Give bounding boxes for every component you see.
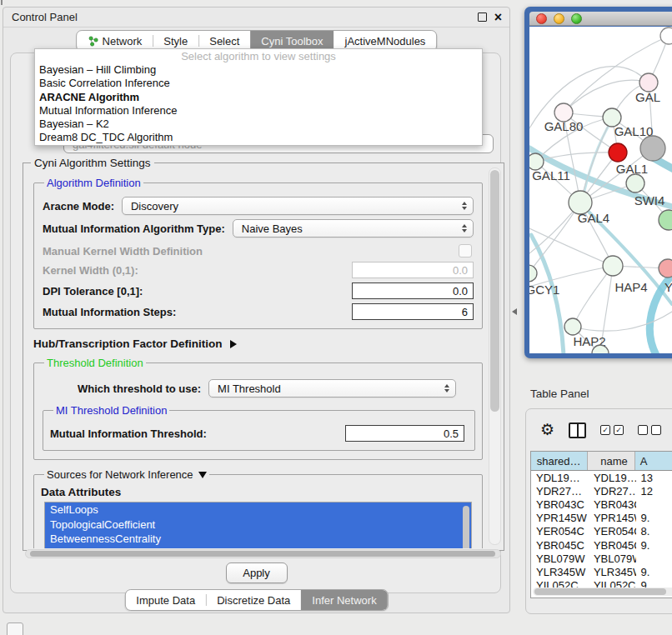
algorithm-option[interactable]: ARACNE Algorithm [35,91,482,104]
network-node[interactable] [529,265,537,282]
network-view-window[interactable]: GALGAL80GAL10GAL1GAL11SWI4GAL4HAP4YGCY1H… [524,7,672,358]
table-cell: YPR145W [589,512,636,525]
aracne-mode-combobox[interactable]: Discovery [122,197,474,215]
sources-legend-row[interactable]: Sources for Network Inference [44,468,209,481]
settings-vertical-scrollbar[interactable] [489,168,501,545]
network-node[interactable] [609,143,627,162]
splitter-collapse-arrow[interactable] [512,308,517,315]
mi-algorithm-type-combobox[interactable]: Naive Bayes [233,219,474,238]
table-row[interactable]: YBR043CYBR043C [531,498,672,511]
sources-group: Sources for Network Inference Data Attri… [33,468,483,548]
control-panel-titlebar: Control Panel × [3,8,509,28]
algorithm-option[interactable]: Mutual Information Inference [35,104,482,118]
list-scrollbar[interactable] [463,506,469,548]
stepper-icon [444,384,449,392]
table-row[interactable]: YLR345WYLR345W9. [531,565,672,578]
network-node[interactable] [603,256,623,276]
table-column-header[interactable]: A [635,452,672,470]
node-label: SWI4 [634,193,665,208]
minimized-panel-button[interactable] [7,622,23,635]
data-attribute-item[interactable]: SelfLoops [45,502,471,518]
table-row[interactable]: YPR145WYPR145W9. [531,512,672,525]
table-cell: YLR345W [589,565,636,578]
select-all-columns-icon[interactable]: ✓✓ [600,425,624,435]
cyni-algorithm-settings-pane: Cyni Algorithm Settings Algorithm Defini… [23,162,504,551]
manual-kernel-checkbox[interactable] [459,244,472,258]
zoom-traffic-light[interactable] [571,13,582,24]
table-cell: 9. [636,565,672,578]
table-cell: YDR27… [589,484,636,498]
minimize-traffic-light[interactable] [554,13,564,24]
network-node[interactable] [659,210,672,230]
table-cell: YBR043C [589,498,636,511]
network-node[interactable] [639,73,658,92]
mi-threshold-field[interactable] [345,425,464,442]
float-panel-icon[interactable] [478,12,487,22]
control-panel-title: Control Panel [12,11,78,23]
node-table[interactable]: shared…nameA YDL19…YDL19…13YDR27…YDR27…1… [530,451,672,598]
bottom-tabbar: Impute Data Discretize Data Infer Networ… [124,589,388,611]
algorithm-selector-popup: Select algorithm to view settings Bayesi… [34,48,483,146]
table-row[interactable]: YBR045CYBR045C9. [531,538,672,552]
algorithm-option[interactable]: Dream8 DC_TDC Algorithm [35,131,482,144]
table-horizontal-scrollbar[interactable] [533,588,672,596]
data-attributes-label: Data Attributes [41,486,475,498]
mi-steps-field[interactable] [352,303,474,320]
data-attribute-item[interactable]: BetweennessCentrality [45,532,471,547]
data-attributes-list[interactable]: SelfLoopsTopologicalCoefficientBetweenne… [44,502,472,548]
network-node[interactable] [529,153,544,170]
table-row[interactable]: YER054CYER054C8. [531,525,672,538]
table-row[interactable]: YDR27…YDR27…12 [531,484,672,498]
algorithm-option[interactable]: Bayesian – Hill Climbing [35,63,482,77]
hub-definition-label: Hub/Transcription Factor Definition [33,338,223,350]
column-layout-icon[interactable] [569,422,586,438]
settings-horizontal-scrollbar[interactable] [25,549,501,558]
network-icon [88,36,98,47]
deselect-all-columns-icon[interactable] [638,425,661,435]
desktop: { "control_panel": { "title": "Control P… [0,0,672,635]
table-cell: YER054C [531,525,589,538]
threshold-definition-group: Threshold Definition Which threshold to … [33,357,483,460]
stepper-icon [462,202,467,210]
aracne-mode-label: Aracne Mode: [43,200,114,212]
node-label: HAP4 [614,280,647,294]
table-column-header[interactable]: shared… [531,452,588,470]
tab-discretize-data[interactable]: Discretize Data [206,590,301,610]
table-cell: YBR045C [531,538,589,552]
node-label: GAL4 [578,211,609,225]
mi-algorithm-type-label: Mutual Information Algorithm Type: [43,222,225,235]
table-row[interactable]: YDL19…YDL19…13 [531,471,672,484]
gear-icon[interactable]: ⚙ [540,421,554,439]
mi-threshold-definition-group: MI Threshold Definition Mutual Informati… [43,404,475,451]
network-node[interactable] [640,136,665,161]
network-canvas[interactable]: GALGAL80GAL10GAL1GAL11SWI4GAL4HAP4YGCY1H… [529,27,672,353]
stepper-icon [462,224,467,232]
table-cell: 8. [636,525,672,538]
kernel-width-field[interactable] [352,262,474,278]
close-icon[interactable]: × [494,12,502,23]
apply-button[interactable]: Apply [226,562,288,583]
data-attribute-item[interactable]: TopologicalCoefficient [45,518,471,532]
hub-definition-toggle[interactable]: Hub/Transcription Factor Definition [33,338,483,350]
tab-impute-data[interactable]: Impute Data [125,590,206,610]
network-edge [573,312,672,331]
data-attribute-item[interactable]: gal4RGexp [45,547,471,548]
network-node[interactable] [626,174,644,192]
network-node[interactable] [564,318,581,335]
node-label: Y [664,280,672,294]
table-column-header[interactable]: name [588,452,634,470]
network-svg: GALGAL80GAL10GAL1GAL11SWI4GAL4HAP4YGCY1H… [529,27,672,353]
which-threshold-combobox[interactable]: MI Threshold [208,379,456,398]
algorithm-popup-list: Bayesian – Hill ClimbingBasic Correlatio… [35,63,482,145]
algorithm-option[interactable]: Basic Correlation Inference [35,77,482,90]
dpi-tolerance-field[interactable] [352,282,474,299]
algorithm-option[interactable]: Bayesian – K2 [35,118,482,131]
dpi-tolerance-label: DPI Tolerance [0,1]: [43,285,143,298]
tab-infer-network[interactable]: Infer Network [301,590,387,610]
table-row[interactable]: YBL079WYBL079W [531,552,672,565]
table-cell: 9. [636,538,672,552]
close-traffic-light[interactable] [536,13,547,24]
network-node[interactable] [660,28,672,44]
algorithm-placeholder: Select algorithm to view settings [35,49,482,63]
network-node[interactable] [659,259,672,278]
